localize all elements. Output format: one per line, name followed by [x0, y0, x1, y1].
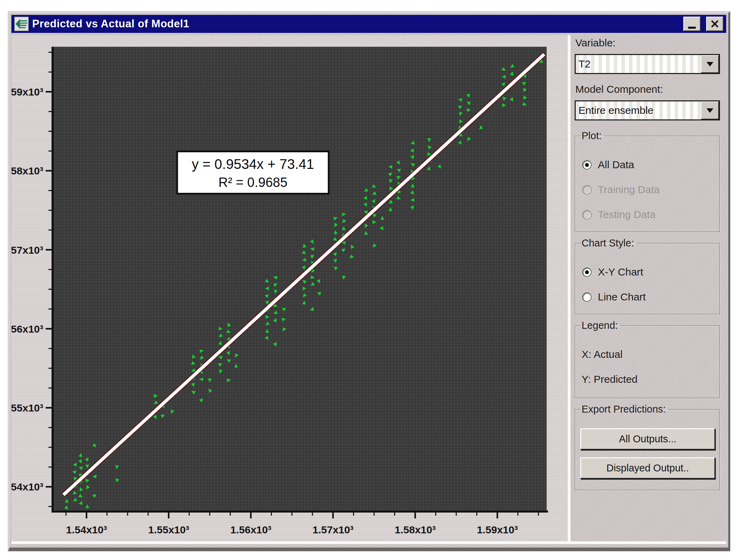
minimize-button[interactable] — [683, 17, 701, 31]
variable-select[interactable]: T2 — [575, 54, 720, 74]
svg-text:1.59x10³: 1.59x10³ — [477, 524, 518, 535]
legend-group-title: Legend: — [581, 320, 620, 331]
radio-testing-data[interactable]: Testing Data — [582, 209, 714, 220]
svg-text:1.57x10³: 1.57x10³ — [11, 244, 43, 256]
legend-group: Legend: X: Actual Y: Predicted — [575, 320, 720, 398]
radio-icon — [582, 268, 592, 277]
model-component-label: Model Component: — [575, 83, 720, 95]
chart-style-group: Chart Style: X-Y Chart Line Chart — [575, 237, 720, 315]
export-predictions-group: Export Predictions: All Outputs... Displ… — [575, 404, 720, 490]
svg-text:1.58x10³: 1.58x10³ — [11, 165, 43, 177]
svg-text:1.59x10³: 1.59x10³ — [11, 86, 43, 98]
chart-style-group-title: Chart Style: — [581, 237, 636, 249]
model-component-dropdown-button[interactable] — [701, 101, 719, 119]
window-title: Predicted vs Actual of Model1 — [32, 18, 189, 30]
app-window: Predicted vs Actual of Model1 1.54x10³1.… — [8, 12, 730, 551]
svg-text:1.55x10³: 1.55x10³ — [148, 524, 189, 535]
svg-text:y = 0.9534x + 73.41: y = 0.9534x + 73.41 — [192, 156, 314, 172]
variable-value: T2 — [576, 55, 701, 73]
radio-icon — [582, 292, 592, 302]
radio-icon — [582, 185, 592, 195]
model-component-select[interactable]: Entire ensemble — [575, 100, 720, 120]
panel-divider-vertical — [568, 35, 571, 541]
sidebar: Variable: T2 Model Component: Entire ens… — [571, 35, 726, 541]
back-arrow-lines-icon — [14, 17, 29, 31]
radio-training-data[interactable]: Training Data — [582, 184, 714, 196]
scatter-chart: 1.54x10³1.55x10³1.56x10³1.57x10³1.58x10³… — [11, 35, 568, 541]
svg-text:R² = 0.9685: R² = 0.9685 — [218, 175, 288, 190]
radio-xy-chart[interactable]: X-Y Chart — [582, 266, 714, 278]
svg-text:1.57x10³: 1.57x10³ — [312, 524, 353, 535]
svg-text:1.54x10³: 1.54x10³ — [66, 524, 107, 535]
svg-text:1.58x10³: 1.58x10³ — [395, 524, 436, 535]
chevron-down-icon — [706, 108, 713, 113]
radio-line-chart[interactable]: Line Chart — [582, 291, 714, 303]
svg-text:1.54x10³: 1.54x10³ — [11, 481, 43, 493]
radio-icon — [582, 160, 592, 170]
variable-label: Variable: — [575, 37, 720, 49]
plot-group-title: Plot: — [581, 130, 604, 142]
svg-text:1.56x10³: 1.56x10³ — [230, 524, 271, 535]
svg-text:1.56x10³: 1.56x10³ — [11, 323, 43, 335]
radio-icon — [582, 210, 592, 219]
chart-panel: 1.54x10³1.55x10³1.56x10³1.57x10³1.58x10³… — [11, 35, 568, 541]
chevron-down-icon — [706, 62, 713, 66]
export-group-title: Export Predictions: — [581, 404, 668, 415]
legend-y-item: Y: Predicted — [582, 373, 714, 385]
displayed-output-button[interactable]: Displayed Output.. — [580, 457, 715, 479]
legend-x-item: X: Actual — [582, 349, 714, 360]
svg-text:1.55x10³: 1.55x10³ — [11, 402, 43, 414]
close-icon — [710, 19, 719, 28]
page: { "window": { "title": "Predicted vs Act… — [0, 0, 739, 560]
all-outputs-button[interactable]: All Outputs... — [580, 428, 715, 450]
radio-all-data[interactable]: All Data — [582, 159, 714, 171]
plot-group: Plot: All Data Training Data Testing Dat… — [575, 130, 720, 232]
model-component-value: Entire ensemble — [576, 101, 701, 119]
window-content: 1.54x10³1.55x10³1.56x10³1.57x10³1.58x10³… — [11, 35, 726, 544]
title-bar: Predicted vs Actual of Model1 — [11, 15, 726, 33]
panel-divider-horizontal — [11, 541, 726, 544]
minimize-icon — [688, 27, 696, 29]
variable-dropdown-button[interactable] — [701, 55, 719, 73]
close-button[interactable] — [706, 17, 723, 31]
